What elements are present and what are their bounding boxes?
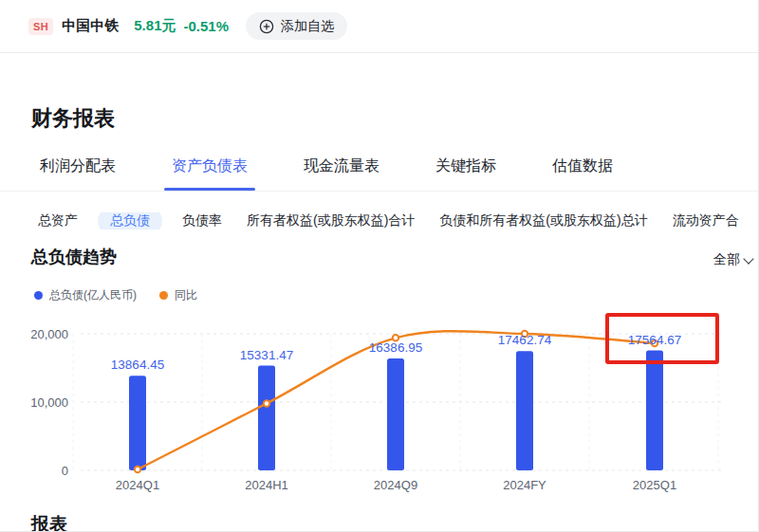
svg-text:2024FY: 2024FY [503, 478, 546, 492]
svg-text:17564.67: 17564.67 [628, 333, 681, 347]
subtab-item[interactable]: 所有者权益(或股东权益)合计 [247, 212, 415, 229]
stock-change-percent: -0.51% [183, 18, 229, 34]
subtab-item[interactable]: 负债和所有者权益(或股东权益)总计 [439, 212, 647, 229]
exchange-badge: SH [28, 18, 53, 35]
svg-text:16386.95: 16386.95 [369, 340, 422, 355]
range-selector-dropdown[interactable]: 全部 [713, 251, 752, 268]
metric-subtabs: 总资产总负债负债率所有者权益(或股东权益)合计负债和所有者权益(或股东权益)总计… [38, 212, 759, 229]
svg-text:2024Q9: 2024Q9 [374, 478, 417, 492]
report-tabs: 利润分配表资产负债表现金流量表关键指标估值数据 [32, 156, 620, 191]
tab-item-active[interactable]: 资产负债表 [164, 156, 255, 191]
svg-text:17462.74: 17462.74 [498, 333, 552, 347]
svg-text:10,000: 10,000 [30, 395, 68, 410]
svg-text:0: 0 [62, 464, 68, 478]
subtab-item[interactable]: 总资产 [38, 212, 78, 229]
page-title: 财务报表 [31, 104, 115, 133]
tab-item[interactable]: 估值数据 [545, 156, 620, 191]
subtab-item[interactable]: 流动资产合 [673, 212, 739, 229]
tab-item[interactable]: 现金流量表 [296, 156, 387, 191]
stock-price: 5.81元 [134, 17, 176, 35]
next-section-heading: 报表 [31, 512, 67, 532]
svg-text:13864.45: 13864.45 [111, 358, 164, 372]
svg-text:15331.47: 15331.47 [240, 348, 293, 362]
stock-name: 中国中铁 [62, 17, 119, 35]
add-watchlist-label: 添加自选 [281, 18, 334, 35]
range-selector-label: 全部 [713, 251, 740, 268]
chart-title: 总负债趋势 [31, 246, 117, 268]
tab-item[interactable]: 关键指标 [428, 156, 504, 191]
tabs-divider [0, 191, 759, 192]
svg-text:20,000: 20,000 [30, 327, 68, 341]
tab-item[interactable]: 利润分配表 [32, 156, 123, 191]
svg-text:2024H1: 2024H1 [245, 478, 288, 492]
subtab-item-active[interactable]: 总负债 [98, 212, 162, 229]
chevron-down-icon [743, 253, 753, 264]
add-watchlist-button[interactable]: 添加自选 [246, 12, 347, 40]
subtab-item[interactable]: 负债率 [182, 212, 222, 229]
svg-text:2025Q1: 2025Q1 [633, 478, 676, 492]
stock-header-bar: SH 中国中铁 5.81元 -0.51% 添加自选 [0, 0, 759, 53]
plus-circle-icon [259, 19, 274, 34]
total-liabilities-trend-chart: 010,00020,00013864.4515331.4716386.95174… [0, 284, 759, 512]
svg-text:2024Q1: 2024Q1 [116, 478, 159, 492]
